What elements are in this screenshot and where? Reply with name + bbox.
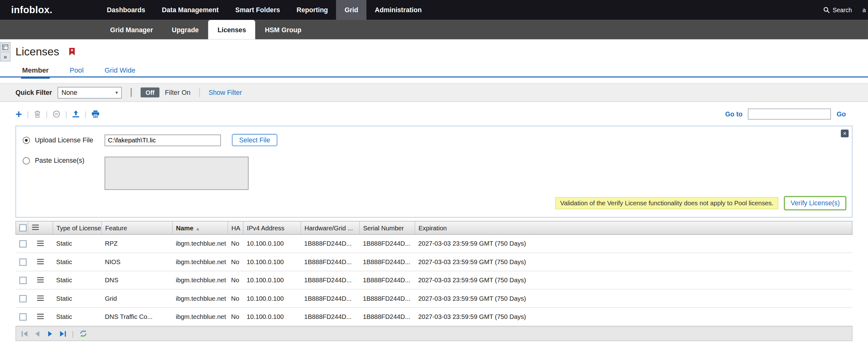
nav-grid[interactable]: Grid [336, 0, 367, 20]
table-row[interactable]: Static Grid ibgm.techblue.net No 10.100.… [16, 289, 852, 307]
cell-ipv4: 10.100.0.100 [243, 271, 301, 289]
subnav-licenses[interactable]: Licenses [208, 20, 255, 39]
table-row[interactable]: Static NIOS ibgm.techblue.net No 10.100.… [16, 253, 852, 271]
table-header-row: Type of License Feature Name▲ HA IPv4 Ad… [16, 221, 852, 234]
nav-administration[interactable]: Administration [366, 0, 430, 20]
column-expiration[interactable]: Expiration [415, 221, 852, 234]
filter-toggle-button[interactable]: Off [141, 88, 159, 98]
nav-dashboards[interactable]: Dashboards [99, 0, 154, 20]
goto-input[interactable] [748, 108, 831, 120]
cell-hardware: 1B888FD244D... [301, 253, 360, 271]
cell-ha: No [228, 234, 243, 253]
license-file-path-input[interactable] [104, 134, 221, 146]
tab-grid-wide[interactable]: Grid Wide [103, 63, 136, 77]
tab-member[interactable]: Member [21, 63, 50, 77]
column-ha[interactable]: HA [228, 221, 243, 234]
close-icon[interactable]: × [841, 130, 848, 137]
top-nav-bar: infoblox. Dashboards Data Management Sma… [0, 0, 868, 20]
expand-panel-icon[interactable]: » [0, 52, 11, 61]
print-icon[interactable] [91, 110, 100, 118]
row-checkbox[interactable] [19, 258, 26, 266]
cell-ipv4: 10.100.0.100 [243, 289, 301, 307]
bookmark-icon[interactable] [68, 48, 75, 56]
row-checkbox[interactable] [19, 313, 26, 320]
upload-icon[interactable] [72, 110, 80, 118]
nav-reporting[interactable]: Reporting [288, 0, 336, 20]
table-row[interactable]: Static DNS ibgm.techblue.net No 10.100.0… [16, 271, 852, 289]
row-menu-icon[interactable] [32, 224, 39, 230]
cell-serial: 1B888FD244D... [360, 253, 415, 271]
goto-label: Go to [725, 110, 743, 118]
search-icon[interactable] [823, 7, 830, 13]
first-page-icon[interactable] [21, 330, 28, 337]
license-tabs: Member Pool Grid Wide [0, 63, 868, 77]
paste-license-row: Paste License(s) [16, 146, 852, 190]
quick-filter-dropdown[interactable]: None ▾ [58, 87, 122, 98]
column-name[interactable]: Name▲ [173, 221, 228, 234]
add-icon[interactable]: + [16, 110, 22, 118]
delete-icon[interactable] [34, 110, 41, 118]
refresh-icon[interactable] [79, 329, 88, 338]
column-hardware[interactable]: Hardware/Grid ... [301, 221, 360, 234]
next-page-icon[interactable] [46, 330, 54, 337]
header-checkbox-cell [16, 221, 28, 234]
paste-license-textarea[interactable] [104, 157, 248, 190]
row-menu-icon[interactable] [37, 295, 44, 301]
infoblox-logo: infoblox. [0, 4, 83, 15]
table-row[interactable]: Static DNS Traffic Co... ibgm.techblue.n… [16, 308, 852, 326]
row-menu-icon[interactable] [37, 313, 44, 319]
disable-icon[interactable] [53, 110, 60, 118]
cell-name: ibgm.techblue.net [173, 289, 228, 307]
cell-expiration: 2027-03-03 23:59:59 GMT (750 Days) [415, 308, 852, 326]
tab-pool[interactable]: Pool [68, 63, 85, 77]
collapsed-finder-panel: » [0, 42, 11, 62]
row-menu-icon[interactable] [37, 240, 44, 246]
search-label[interactable]: Search [833, 7, 852, 13]
nav-smart-folders[interactable]: Smart Folders [227, 0, 288, 20]
verify-license-button[interactable]: Verify License(s) [784, 196, 846, 210]
row-checkbox[interactable] [19, 295, 26, 302]
nav-data-management[interactable]: Data Management [154, 0, 227, 20]
cell-ha: No [228, 289, 243, 307]
subnav-grid-manager[interactable]: Grid Manager [101, 20, 162, 39]
cell-ha: No [228, 271, 243, 289]
paste-license-radio[interactable]: Paste License(s) [23, 157, 100, 165]
row-menu-icon[interactable] [37, 258, 44, 264]
table-row[interactable]: Static RPZ ibgm.techblue.net No 10.100.0… [16, 234, 852, 253]
row-checkbox[interactable] [19, 240, 26, 247]
prev-page-icon[interactable] [34, 330, 41, 337]
cell-hardware: 1B888FD244D... [301, 271, 360, 289]
cell-ha: No [228, 253, 243, 271]
quick-filter-bar: Quick Filter None ▾ Off Filter On Show F… [0, 83, 868, 102]
cell-feature: DNS Traffic Co... [102, 308, 173, 326]
page-header: Licenses [0, 39, 868, 63]
column-ipv4[interactable]: IPv4 Address [243, 221, 301, 234]
upload-file-row: Upload License File Select File [16, 126, 852, 146]
last-page-icon[interactable] [59, 330, 66, 337]
cell-feature: Grid [102, 289, 173, 307]
upload-file-radio[interactable]: Upload License File [23, 136, 100, 144]
subnav-upgrade[interactable]: Upgrade [162, 20, 208, 39]
row-menu-icon[interactable] [37, 277, 44, 283]
cell-feature: NIOS [102, 253, 173, 271]
divider: | [27, 110, 29, 118]
user-menu[interactable]: a [862, 7, 868, 13]
radio-selected-icon[interactable] [23, 136, 30, 144]
show-filter-link[interactable]: Show Filter [209, 89, 242, 96]
column-type[interactable]: Type of License [53, 221, 102, 234]
divider: | [85, 110, 87, 118]
subnav-hsm-group[interactable]: HSM Group [255, 20, 311, 39]
finder-panel-icon[interactable] [0, 42, 11, 51]
cell-expiration: 2027-03-03 23:59:59 GMT (750 Days) [415, 253, 852, 271]
column-feature[interactable]: Feature [102, 221, 173, 234]
select-all-checkbox[interactable] [20, 224, 27, 231]
row-checkbox[interactable] [19, 277, 26, 284]
divider: | [46, 110, 48, 118]
go-button[interactable]: Go [837, 110, 846, 118]
column-serial[interactable]: Serial Number [360, 221, 415, 234]
radio-unselected-icon[interactable] [23, 157, 30, 164]
cell-type: Static [53, 289, 102, 307]
select-file-button[interactable]: Select File [232, 134, 277, 146]
top-nav-items: Dashboards Data Management Smart Folders… [99, 0, 430, 20]
cell-type: Static [53, 234, 102, 253]
